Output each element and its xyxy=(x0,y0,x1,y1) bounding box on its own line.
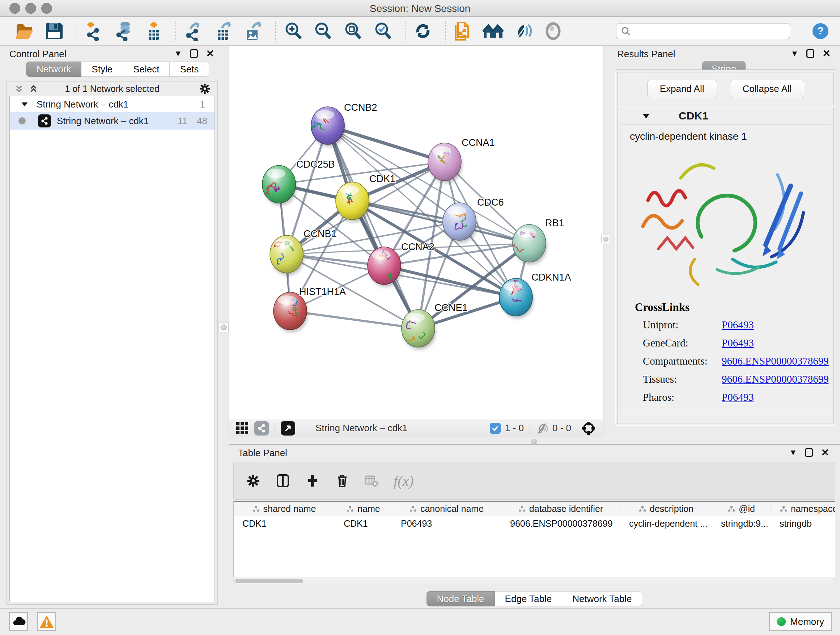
table-toolbar: f(x) xyxy=(233,462,835,500)
help-button[interactable]: ? xyxy=(810,21,831,42)
share-view-icon[interactable] xyxy=(254,421,269,435)
collapse-all-button[interactable]: Collapse All xyxy=(730,80,805,98)
panel-close-icon[interactable]: ✕ xyxy=(821,448,829,457)
edge-HIST1H1A-CCNE1[interactable] xyxy=(290,311,418,328)
hidden-items-icon[interactable] xyxy=(536,422,549,435)
column-header-canonical-name[interactable]: canonical name xyxy=(392,502,501,516)
open-session-button[interactable] xyxy=(14,21,34,42)
tab-select[interactable]: Select xyxy=(123,62,170,77)
panel-close-icon[interactable]: ✕ xyxy=(822,49,831,58)
column-type-icon xyxy=(347,506,354,512)
crosshair-icon[interactable] xyxy=(581,420,597,436)
string-import-button[interactable] xyxy=(453,21,474,42)
table-cell[interactable]: CDK1 xyxy=(234,516,335,531)
panel-float-icon[interactable] xyxy=(805,448,813,457)
edge-CCNB2-CCNE1[interactable] xyxy=(328,126,418,328)
network-row-label: String Network – cdk1 xyxy=(57,116,149,127)
enhanced-graphics-button[interactable] xyxy=(513,21,534,42)
statusbar-separator xyxy=(275,422,275,435)
protein-structure-image xyxy=(628,145,823,297)
crosslink-link[interactable]: P06493 xyxy=(722,319,754,331)
table-cell[interactable]: stringdb xyxy=(771,516,835,531)
save-session-button[interactable] xyxy=(44,21,65,42)
network-row-selected[interactable]: String Network – cdk1 11 48 xyxy=(10,112,215,130)
node-label-CCNE1: CCNE1 xyxy=(434,302,468,313)
zoom-out-button[interactable] xyxy=(313,21,333,42)
node-label-CDKN1A: CDKN1A xyxy=(531,272,571,283)
table-settings-gear-icon[interactable] xyxy=(246,473,261,488)
column-header-shared-name[interactable]: shared name xyxy=(234,502,335,516)
warnings-button[interactable] xyxy=(37,612,56,631)
crosslink-row: Tissues:9606.ENSP00000378699 xyxy=(643,373,831,385)
column-header-namespace[interactable]: namespace xyxy=(771,502,835,516)
hide-graphics-button[interactable] xyxy=(543,21,564,42)
table-cell[interactable]: P06493 xyxy=(392,516,501,531)
memory-button[interactable]: Memory xyxy=(769,612,832,631)
zoom-in-icon xyxy=(283,21,303,41)
crosslink-row: Compartments:9606.ENSP00000378699 xyxy=(643,355,831,367)
import-network-button[interactable] xyxy=(84,21,104,42)
add-column-icon[interactable] xyxy=(305,473,320,488)
column-header-database-identifier[interactable]: database identifier xyxy=(501,502,621,516)
toolbar-separator xyxy=(275,21,276,42)
table-cell[interactable]: CDK1 xyxy=(335,516,392,531)
tab-node-table[interactable]: Node Table xyxy=(426,591,495,606)
crosslink-link[interactable]: P06493 xyxy=(722,337,754,349)
table-cell[interactable]: cyclin-dependent ... xyxy=(621,516,712,531)
selected-nodes-checkbox[interactable] xyxy=(490,423,501,434)
crosslink-link[interactable]: 9606.ENSP00000378699 xyxy=(722,355,829,367)
show-columns-icon[interactable] xyxy=(276,473,290,488)
table-cell[interactable]: stringdb:9... xyxy=(712,516,771,531)
birds-eye-view-icon[interactable] xyxy=(281,421,295,435)
refresh-button[interactable] xyxy=(413,21,433,42)
network-canvas[interactable]: CCNB2CCNA1CDC25BCDK1CDC6RB1CCNB1CCNA2CDK… xyxy=(229,46,603,419)
tab-style[interactable]: Style xyxy=(81,62,123,77)
tab-sets[interactable]: Sets xyxy=(170,62,209,77)
network-collection-row[interactable]: String Network – cdk1 1 xyxy=(10,96,215,112)
node-CCNA1[interactable]: CCNA1 xyxy=(428,137,495,183)
string-home-button[interactable] xyxy=(483,21,504,42)
panel-menu-icon[interactable]: ▼ xyxy=(791,49,799,58)
import-table-button[interactable] xyxy=(143,21,164,42)
expand-all-button[interactable]: Expand All xyxy=(647,80,717,98)
panel-float-icon[interactable] xyxy=(190,49,198,58)
scrollbar-thumb[interactable] xyxy=(235,579,303,583)
panel-menu-icon[interactable]: ▼ xyxy=(789,448,797,457)
section-expanded-icon[interactable] xyxy=(642,111,651,120)
import-network-icon xyxy=(84,21,104,41)
search-box[interactable] xyxy=(616,23,790,39)
column-header-description[interactable]: description xyxy=(621,502,712,516)
tab-edge-table[interactable]: Edge Table xyxy=(495,591,562,606)
column-header--id[interactable]: @id xyxy=(712,502,771,516)
export-table-button[interactable] xyxy=(213,21,234,42)
table-cell[interactable]: 9606.ENSP00000378699 xyxy=(501,516,621,531)
zoom-fit-button[interactable] xyxy=(343,21,363,42)
crosslink-link[interactable]: 9606.ENSP00000378699 xyxy=(722,373,829,385)
column-header-name[interactable]: name xyxy=(335,502,392,516)
grid-view-icon[interactable] xyxy=(235,421,249,435)
table-horizontal-scrollbar[interactable] xyxy=(233,578,835,584)
import-database-button[interactable] xyxy=(114,21,134,42)
titlebar: Session: New Session xyxy=(0,0,840,17)
tree-expanded-icon[interactable] xyxy=(21,100,28,108)
tab-network-table[interactable]: Network Table xyxy=(562,591,642,606)
search-input[interactable] xyxy=(631,26,786,36)
crosslink-link[interactable]: P06493 xyxy=(722,391,754,403)
left-splitter-handle[interactable] xyxy=(218,322,229,333)
tab-network[interactable]: Network xyxy=(26,62,81,77)
node-label-RB1: RB1 xyxy=(545,218,564,228)
node-CDKN1A[interactable]: CDKN1A xyxy=(499,272,571,318)
cloud-button[interactable] xyxy=(9,612,28,631)
node-CCNE1[interactable]: CCNE1 xyxy=(401,302,468,350)
export-network-button[interactable] xyxy=(183,21,204,42)
delete-column-icon[interactable] xyxy=(335,473,349,488)
panel-float-icon[interactable] xyxy=(806,49,814,58)
node-HIST1H1A[interactable]: HIST1H1A xyxy=(273,287,346,333)
zoom-selected-button[interactable] xyxy=(373,21,393,42)
zoom-in-button[interactable] xyxy=(283,21,304,42)
node-RB1[interactable]: RB1 xyxy=(513,218,564,264)
table-row[interactable]: CDK1CDK1P064939606.ENSP00000378699cyclin… xyxy=(234,516,835,531)
export-image-button[interactable] xyxy=(243,21,264,42)
panel-menu-icon[interactable]: ▼ xyxy=(174,49,182,58)
panel-close-icon[interactable]: ✕ xyxy=(206,49,214,58)
